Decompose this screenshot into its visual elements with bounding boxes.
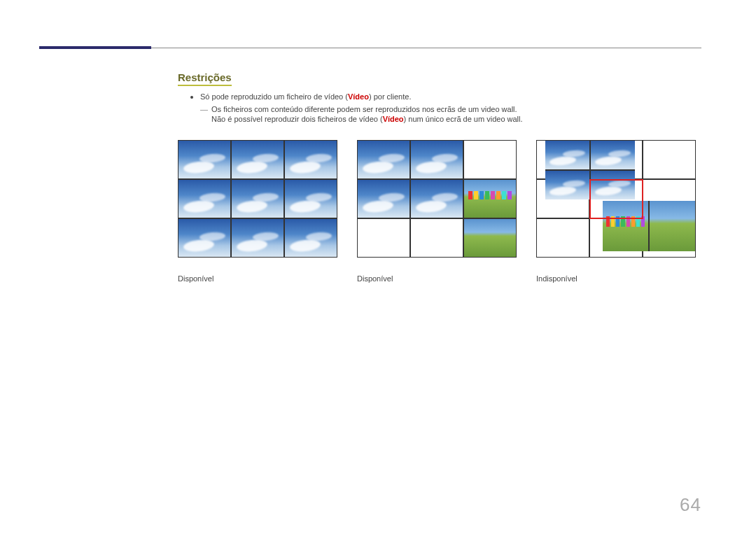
wall-cell [545, 171, 589, 199]
wall-cell [591, 171, 635, 199]
wall-cell [603, 201, 648, 251]
wall-cell [545, 141, 589, 169]
video-keyword: Vídeo [383, 115, 404, 123]
wall-cell [411, 180, 463, 218]
sub-line-2: Não é possível reproduzir dois ficheiros… [211, 115, 523, 123]
dash-icon: ― [200, 105, 208, 113]
wall-cell [358, 219, 410, 257]
bullet-post: ) por cliente. [369, 92, 412, 101]
sub-line-1: Os ficheiros com conteúdo diferente pode… [211, 105, 523, 113]
videowall-grid [536, 140, 696, 258]
wall-cell [411, 141, 463, 178]
wall-cell [232, 141, 284, 178]
flags-icon [606, 216, 645, 227]
bullet-pre: Só pode reproduzido um ficheiro de vídeo… [200, 92, 348, 101]
bullet-item: Só pode reproduzido um ficheiro de vídeo… [190, 92, 411, 101]
example-1: Disponível [178, 140, 337, 283]
example-2: Disponível [357, 140, 517, 283]
wall-cell [232, 180, 284, 218]
wall-cell [464, 180, 516, 218]
example-caption: Disponível [357, 274, 517, 283]
bullet-text: Só pode reproduzido um ficheiro de vídeo… [200, 92, 411, 101]
wall-cell [650, 201, 695, 251]
wall-cell [232, 219, 284, 257]
wall-cell [285, 219, 337, 257]
flags-icon [468, 191, 512, 199]
sub-note: ― Os ficheiros com conteúdo diferente po… [200, 105, 523, 123]
sub2-pre: Não é possível reproduzir dois ficheiros… [211, 115, 383, 123]
videowall-grid [178, 140, 337, 258]
wall-cell [591, 141, 635, 169]
section-heading: Restrições [178, 71, 232, 86]
example-caption: Disponível [178, 274, 337, 283]
wall-cell [411, 219, 463, 257]
wall-cell [464, 219, 516, 257]
video-keyword: Vídeo [348, 92, 369, 101]
sub-note-text: Os ficheiros com conteúdo diferente pode… [211, 105, 523, 123]
examples-row: Disponível Disponível [178, 140, 696, 283]
wall-cell [537, 219, 589, 257]
sub2-post: ) num único ecrã de um video wall. [404, 115, 523, 123]
wall-cell [358, 180, 410, 218]
wall-cell [178, 219, 230, 257]
videowall-grid [357, 140, 517, 258]
top-accent-bar [39, 46, 151, 49]
wall-cell [285, 141, 337, 178]
wall-cell [178, 180, 230, 218]
wall-cell [464, 141, 516, 178]
overlay-sky-video [545, 141, 635, 199]
wall-cell [285, 180, 337, 218]
wall-cell [178, 141, 230, 178]
example-caption: Indisponível [536, 274, 696, 283]
example-3: Indisponível [536, 140, 696, 283]
bullet-dot-icon [190, 96, 193, 99]
page-number: 64 [680, 494, 701, 516]
wall-cell [643, 141, 695, 178]
wall-cell [358, 141, 410, 178]
overlay-field-video [603, 201, 695, 251]
